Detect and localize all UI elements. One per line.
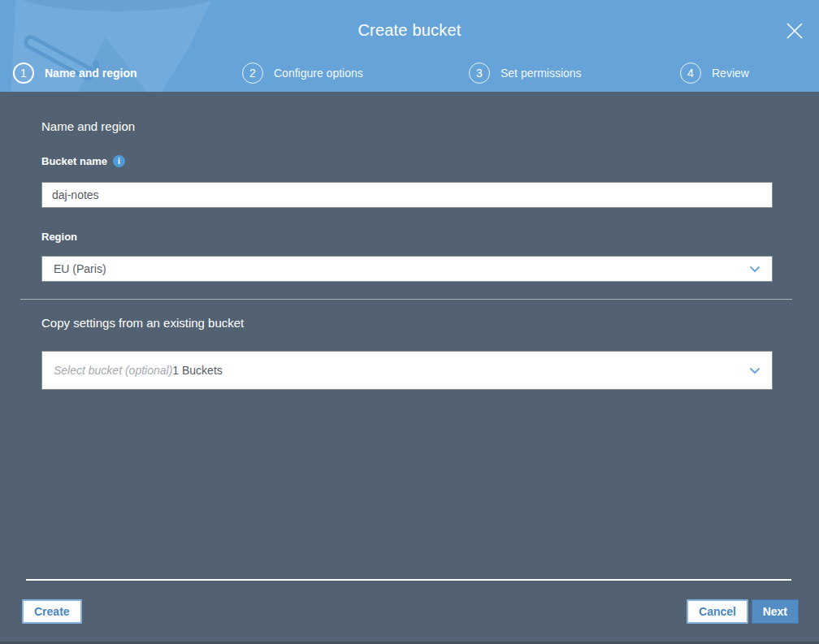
bucket-name-label: Bucket name i	[41, 155, 125, 167]
region-select[interactable]: EU (Paris)	[41, 256, 773, 282]
bucket-count-text: 1 Buckets	[172, 364, 222, 377]
step-label: Review	[712, 67, 749, 80]
section-title-name-and-region: Name and region	[41, 119, 135, 133]
region-label-text: Region	[41, 231, 77, 243]
create-bucket-modal: Create bucket 1 Name and region 2 Config…	[0, 0, 819, 644]
step-number-badge: 3	[469, 63, 490, 84]
copy-settings-title: Copy settings from an existing bucket	[41, 316, 244, 330]
chevron-down-icon	[749, 266, 760, 273]
step-label: Set permissions	[500, 67, 582, 80]
region-selected-value: EU (Paris)	[54, 262, 106, 275]
next-button[interactable]: Next	[752, 599, 799, 624]
info-icon[interactable]: i	[113, 155, 125, 167]
step-label: Configure options	[274, 67, 363, 80]
copy-bucket-placeholder: Select bucket (optional)	[54, 364, 172, 377]
cancel-button[interactable]: Cancel	[687, 599, 748, 624]
step-review[interactable]: 4 Review	[680, 62, 749, 84]
step-configure-options[interactable]: 2 Configure options	[242, 62, 363, 84]
region-label: Region	[41, 231, 77, 243]
step-name-and-region[interactable]: 1 Name and region	[13, 62, 137, 84]
step-label: Name and region	[45, 67, 137, 80]
step-number-badge: 1	[13, 63, 34, 84]
modal-header: Create bucket 1 Name and region 2 Config…	[0, 0, 819, 92]
step-number-badge: 2	[242, 63, 263, 84]
step-number-badge: 4	[680, 63, 701, 84]
close-icon[interactable]	[785, 21, 804, 41]
footer-divider	[26, 579, 791, 581]
create-button[interactable]: Create	[22, 599, 82, 624]
section-divider	[20, 299, 792, 300]
modal-title: Create bucket	[0, 21, 819, 40]
step-set-permissions[interactable]: 3 Set permissions	[469, 62, 582, 84]
bucket-name-label-text: Bucket name	[41, 155, 107, 167]
chevron-down-icon	[749, 367, 760, 374]
copy-bucket-select[interactable]: Select bucket (optional) 1 Buckets	[41, 351, 773, 390]
bucket-name-input[interactable]	[41, 182, 773, 208]
